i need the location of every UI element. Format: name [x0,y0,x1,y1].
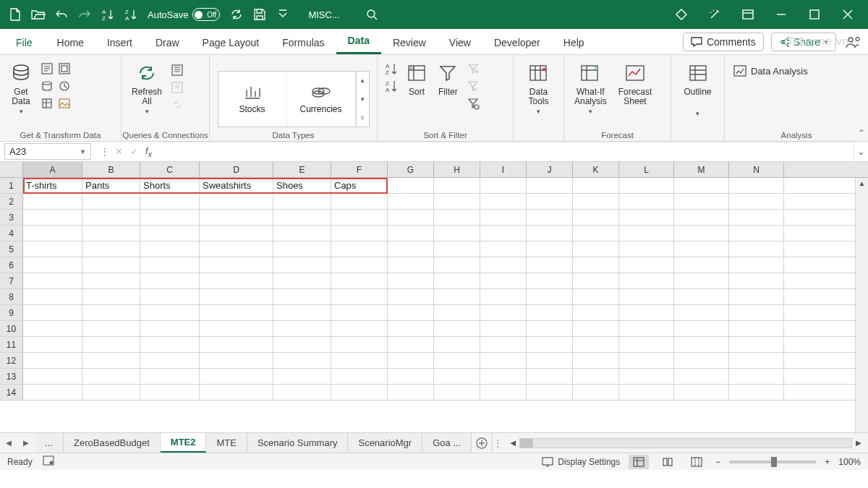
ribbon-mode-icon[interactable] [732,0,764,29]
wand-icon[interactable] [699,0,731,29]
cell[interactable] [729,194,784,209]
cell[interactable] [82,337,140,352]
cell[interactable] [573,353,619,368]
cell[interactable] [434,289,480,304]
cell[interactable] [140,241,200,257]
cell[interactable] [674,385,729,400]
cell[interactable] [200,273,273,288]
cell[interactable] [331,194,388,209]
cell[interactable] [619,226,674,241]
cell[interactable] [674,369,729,384]
cell[interactable] [273,257,331,273]
comments-button[interactable]: Comments [683,33,764,51]
zoom-slider[interactable] [729,461,816,463]
row-header[interactable]: 11 [0,337,23,353]
cell[interactable] [674,257,729,273]
column-header[interactable]: D [200,162,273,177]
cell[interactable] [331,353,388,368]
from-pic-icon[interactable] [56,95,72,111]
cell[interactable] [388,353,434,368]
cell[interactable] [434,337,480,352]
tab-insert[interactable]: Insert [95,31,144,54]
reapply-icon[interactable] [465,78,481,94]
from-text-icon[interactable] [39,61,55,77]
row-header[interactable]: 1 [0,178,23,194]
cell[interactable] [527,337,573,352]
sort-az-icon[interactable]: AZ [97,4,119,25]
cell[interactable] [388,194,434,209]
cell[interactable] [331,305,388,320]
cell[interactable] [480,289,527,304]
cell[interactable] [140,321,200,336]
forecast-sheet-button[interactable]: Forecast Sheet [614,58,657,109]
cell[interactable] [480,178,527,193]
cell[interactable] [674,273,729,288]
tab-data[interactable]: Data [336,29,381,54]
cell[interactable] [273,210,331,225]
column-header[interactable]: J [527,162,573,177]
tab-review[interactable]: Review [381,31,438,54]
sheet-nav-prev[interactable]: ◄ [0,433,17,453]
cell[interactable] [140,369,200,384]
cell[interactable] [527,210,573,225]
cell[interactable] [573,210,619,225]
tab-draw[interactable]: Draw [144,31,191,54]
sheet-tab[interactable]: MTE [206,433,247,453]
cell[interactable] [388,289,434,304]
name-box[interactable]: A23▼ [4,143,91,160]
open-file-icon[interactable] [27,4,49,25]
cell[interactable] [140,257,200,273]
cell[interactable] [674,194,729,209]
cell[interactable]: T-shirts [23,178,82,193]
cell[interactable] [273,369,331,384]
row-header[interactable]: 10 [0,321,23,337]
cell[interactable] [273,273,331,288]
row-header[interactable]: 6 [0,257,23,273]
cell[interactable] [619,178,674,193]
row-header[interactable]: 4 [0,226,23,241]
cell[interactable] [619,353,674,368]
cell[interactable] [200,369,273,384]
cell[interactable] [82,305,140,320]
cell[interactable] [23,210,82,225]
cell[interactable] [200,337,273,352]
cell[interactable] [331,241,388,257]
sheet-tab[interactable]: ScenarioMgr [348,433,422,453]
cell[interactable] [200,210,273,225]
cell[interactable] [200,289,273,304]
cell[interactable] [23,337,82,352]
cell[interactable] [388,257,434,273]
cell[interactable] [140,210,200,225]
tab-home[interactable]: Home [46,31,95,54]
cell[interactable] [388,385,434,400]
cell[interactable] [140,353,200,368]
cell[interactable] [82,289,140,304]
cell[interactable] [434,273,480,288]
cell[interactable] [729,321,784,336]
enter-fx-icon[interactable]: ✓ [130,146,138,157]
page-layout-view-button[interactable] [658,455,678,469]
cell[interactable] [200,305,273,320]
whatif-button[interactable]: ? What-If Analysis▾ [570,58,611,119]
cell[interactable] [200,321,273,336]
cell[interactable] [729,305,784,320]
cell[interactable] [729,385,784,400]
column-header[interactable]: K [573,162,619,177]
cell[interactable] [434,305,480,320]
cell[interactable] [140,226,200,241]
diamond-icon[interactable] [665,0,697,29]
cell[interactable] [388,241,434,257]
cell[interactable] [527,178,573,193]
cell[interactable] [200,241,273,257]
cell[interactable] [23,273,82,288]
cell[interactable] [480,305,527,320]
cell[interactable] [480,226,527,241]
cell[interactable] [573,337,619,352]
cell[interactable] [273,337,331,352]
cell[interactable] [573,241,619,257]
sort-za-small-icon[interactable]: ZA [383,78,399,94]
outline-button[interactable]: Outline▾ [679,58,715,121]
cell[interactable] [200,226,273,241]
sheet-tab[interactable]: ZeroBasedBudget [64,433,161,453]
queries-icon[interactable] [169,62,185,78]
